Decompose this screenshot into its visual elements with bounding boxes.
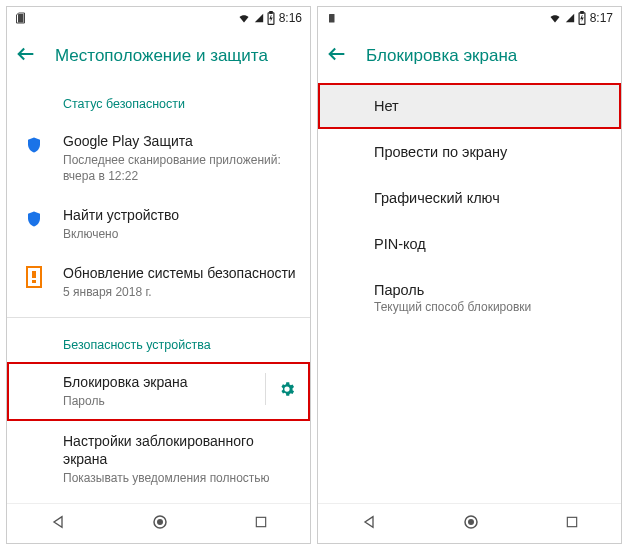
option-label: Нет (374, 98, 605, 114)
section-header-device-security: Безопасность устройства (7, 324, 310, 362)
signal-icon (565, 12, 575, 24)
nav-home-button[interactable] (462, 513, 480, 535)
screen-lock-settings-button[interactable] (265, 373, 296, 405)
nav-back-button[interactable] (361, 514, 377, 534)
phone-right: 8:17 Блокировка экрана Нет Провести по э… (317, 6, 622, 544)
row-subtitle: 5 января 2018 г. (63, 284, 296, 300)
option-password[interactable]: Пароль Текущий способ блокировки (318, 267, 621, 329)
nav-home-button[interactable] (151, 513, 169, 535)
phone-left: 8:16 Местоположение и защита Статус безо… (6, 6, 311, 544)
row-subtitle: Пароль (63, 393, 247, 409)
row-subtitle: Показывать уведомления полностью (63, 470, 296, 486)
row-title: Обновление системы безопасности (63, 264, 296, 283)
wifi-icon (548, 12, 562, 24)
svg-rect-5 (32, 280, 36, 283)
row-subtitle: Включено (63, 226, 296, 242)
lock-options: Нет Провести по экрану Графический ключ … (318, 83, 621, 503)
status-time: 8:17 (590, 11, 613, 25)
page-title: Местоположение и защита (55, 46, 268, 66)
option-label: Пароль (374, 282, 605, 298)
gear-icon (278, 380, 296, 398)
warning-icon (19, 264, 49, 288)
option-none[interactable]: Нет (318, 83, 621, 129)
option-sublabel: Текущий способ блокировки (374, 300, 605, 314)
svg-rect-9 (329, 14, 335, 23)
row-title: Google Play Защита (63, 132, 296, 151)
option-label: Графический ключ (374, 190, 605, 206)
nav-bar (318, 503, 621, 543)
row-system-update[interactable]: Обновление системы безопасности 5 января… (7, 253, 310, 311)
row-subtitle: Последнее сканирование приложений: вчера… (63, 152, 296, 184)
row-title: Найти устройство (63, 206, 296, 225)
option-pattern[interactable]: Графический ключ (318, 175, 621, 221)
row-screen-lock[interactable]: Блокировка экрана Пароль (7, 362, 310, 420)
title-bar: Местоположение и защита (7, 29, 310, 83)
sim-icon (326, 11, 338, 25)
svg-rect-0 (18, 14, 24, 23)
nav-recent-button[interactable] (254, 515, 268, 533)
option-label: Провести по экрану (374, 144, 605, 160)
divider (7, 317, 310, 318)
row-title: Настройки заблокированного экрана (63, 432, 296, 470)
svg-point-7 (157, 519, 162, 524)
status-time: 8:16 (279, 11, 302, 25)
nav-recent-button[interactable] (565, 515, 579, 533)
shield-icon (19, 206, 49, 230)
title-bar: Блокировка экрана (318, 29, 621, 83)
status-bar: 8:16 (7, 7, 310, 29)
row-lock-prefs[interactable]: Настройки заблокированного экрана Показы… (7, 421, 310, 498)
row-find-device[interactable]: Найти устройство Включено (7, 195, 310, 253)
wifi-icon (237, 12, 251, 24)
option-swipe[interactable]: Провести по экрану (318, 129, 621, 175)
row-play-protect[interactable]: Google Play Защита Последнее сканировани… (7, 121, 310, 195)
settings-content: Статус безопасности Google Play Защита П… (7, 83, 310, 503)
svg-rect-8 (256, 517, 265, 526)
sim-icon (15, 11, 27, 25)
status-bar: 8:17 (318, 7, 621, 29)
svg-rect-14 (567, 517, 576, 526)
signal-icon (254, 12, 264, 24)
nav-bar (7, 503, 310, 543)
svg-rect-11 (580, 12, 582, 14)
row-title: Блокировка экрана (63, 373, 247, 392)
option-pin[interactable]: PIN-код (318, 221, 621, 267)
battery-icon (267, 11, 275, 25)
svg-rect-2 (269, 12, 271, 14)
battery-icon (578, 11, 586, 25)
svg-rect-4 (32, 271, 36, 278)
option-label: PIN-код (374, 236, 605, 252)
page-title: Блокировка экрана (366, 46, 517, 66)
section-header-security-status: Статус безопасности (7, 83, 310, 121)
back-button[interactable] (15, 43, 37, 69)
back-button[interactable] (326, 43, 348, 69)
nav-back-button[interactable] (50, 514, 66, 534)
shield-icon (19, 132, 49, 156)
svg-point-13 (468, 519, 473, 524)
